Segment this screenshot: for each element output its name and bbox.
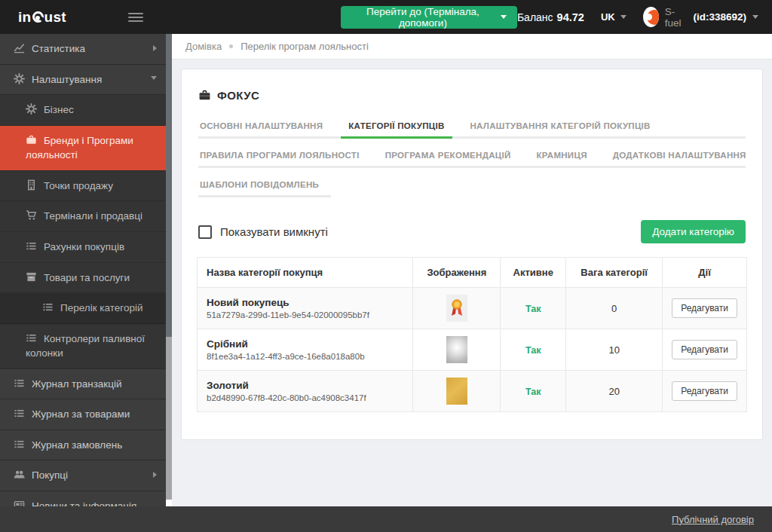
active-status: Так: [525, 304, 541, 314]
tab-customer-categories[interactable]: КАТЕГОРІЇ ПОКУПЦІВ: [347, 118, 446, 139]
topbar: in ust Перейти до (Термінала, допомоги) …: [0, 0, 772, 34]
chevron-down-icon: [620, 15, 626, 19]
chevron-down-icon: [752, 15, 758, 19]
sidebar-scrollbar[interactable]: [166, 34, 172, 506]
table-row: Золотий b2d48990-67f8-420c-80b0-ac4908c3…: [198, 371, 747, 412]
category-uuid: 8f1ee3a4-1a12-4ff3-a9ce-16e8a018a80b: [207, 352, 403, 361]
breadcrumb-current: Перелік програм лояльності: [240, 41, 369, 52]
sidebar-item-transaction-log[interactable]: Журнал транзакцій: [0, 369, 166, 400]
sidebar-item-statistics[interactable]: Статистика: [0, 34, 166, 65]
logo-c-icon: [32, 11, 44, 23]
category-uuid: 51a7279a-299d-11eb-9e54-02000095bb7f: [207, 310, 403, 320]
tabs-row-3: ШАБЛОНИ ПОВІДОМЛЕНЬ: [198, 177, 331, 197]
show-disabled-toggle[interactable]: Показувати вимкнуті: [198, 225, 328, 239]
scrollbar-thumb[interactable]: [166, 34, 172, 337]
tab-main-settings[interactable]: ОСНОВНІ НАЛАШТУВАННЯ: [198, 118, 324, 139]
show-disabled-checkbox[interactable]: [198, 225, 212, 239]
sidebar-item-label: Налаштування: [32, 74, 102, 85]
chevron-right-icon: [153, 472, 157, 478]
table-controls: Показувати вимкнуті Додати категорію: [198, 220, 746, 243]
sidebar-item-label: Перелік категорій: [60, 302, 142, 313]
edit-button[interactable]: Редагувати: [672, 298, 737, 318]
table-row: Новий покупець 51a7279a-299d-11eb-9e54-0…: [198, 288, 747, 329]
topbar-right: Баланс94.72 UK S-fuel (id:338692): [517, 6, 772, 29]
sidebar-item-settings[interactable]: Налаштування: [0, 65, 166, 96]
sidebar-item-news-info[interactable]: Новини та інформація: [0, 491, 166, 506]
account-menu[interactable]: S-fuel (id:338692): [643, 6, 758, 29]
sidebar-item-points-of-sale[interactable]: Точки продажу: [0, 171, 166, 202]
topbar-left: in ust: [0, 8, 149, 27]
tab-additional-settings[interactable]: ДОДАТКОВІ НАЛАШТУВАННЯ: [611, 148, 748, 168]
sidebar: Статистика Налаштування Бізнес Бренди і …: [0, 34, 166, 506]
news-icon: [14, 500, 25, 506]
breadcrumb-separator: [229, 44, 233, 48]
medal-image: [446, 295, 467, 322]
chart-icon: [14, 42, 25, 54]
loyalty-program-card: ФОКУС ОСНОВНІ НАЛАШТУВАННЯ КАТЕГОРІЇ ПОК…: [181, 69, 763, 440]
building-icon: [26, 179, 37, 191]
silver-image: [446, 336, 467, 363]
edit-button[interactable]: Редагувати: [672, 340, 737, 359]
tab-shop[interactable]: КРАМНИЦЯ: [535, 148, 589, 168]
gold-image: [446, 378, 467, 405]
sidebar-item-brands-loyalty[interactable]: Бренди і Програми лояльності: [0, 126, 166, 171]
tab-message-templates[interactable]: ШАБЛОНИ ПОВІДОМЛЕНЬ: [198, 177, 320, 197]
language-selector[interactable]: UK: [601, 11, 626, 23]
sidebar-item-label: Контролери паливної колонки: [26, 333, 145, 359]
list-icon: [26, 332, 37, 344]
logo-text-post: ust: [44, 9, 66, 26]
tab-loyalty-program-rules[interactable]: ПРАВИЛА ПРОГРАМИ ЛОЯЛЬНОСТІ: [198, 148, 361, 168]
show-disabled-label: Показувати вимкнуті: [220, 225, 328, 238]
tab-customer-category-settings[interactable]: НАЛАШТУВАННЯ КАТЕГОРІЙ ПОКУПЦІВ: [469, 118, 652, 139]
content-area: Домівка Перелік програм лояльності ФОКУС…: [172, 34, 772, 506]
sidebar-item-goods-services[interactable]: Товари та послуги: [0, 263, 166, 294]
sidebar-item-fuel-pump-controllers[interactable]: Контролери паливної колонки: [0, 324, 166, 369]
categories-table: Назва категорії покупця Зображення Актив…: [197, 257, 747, 412]
category-uuid: b2d48990-67f8-420c-80b0-ac4908c3417f: [207, 393, 403, 402]
cart-icon: [26, 209, 37, 221]
sidebar-item-goods-log[interactable]: Журнал за товарами: [0, 399, 166, 430]
tabs-row-1: ОСНОВНІ НАЛАШТУВАННЯ КАТЕГОРІЇ ПОКУПЦІВ …: [198, 118, 746, 139]
column-header-weight: Вага категорії: [566, 258, 663, 288]
goto-dropdown-button[interactable]: Перейти до (Термінала, допомоги): [341, 6, 517, 29]
chevron-right-icon: [153, 45, 157, 51]
active-status: Так: [525, 387, 541, 397]
chevron-down-icon: [501, 15, 507, 19]
add-category-button[interactable]: Додати категорію: [641, 220, 746, 243]
sidebar-item-label: Статистика: [32, 43, 85, 54]
list-icon: [14, 408, 25, 419]
edit-button[interactable]: Редагувати: [672, 381, 737, 401]
page-title: ФОКУС: [198, 89, 747, 102]
balance-label: Баланс: [517, 11, 553, 23]
column-header-active: Активне: [501, 258, 566, 288]
goto-button-label: Перейти до (Термінала, допомоги): [351, 6, 495, 29]
incust-logo[interactable]: in ust: [18, 9, 66, 26]
briefcase-icon: [26, 134, 37, 145]
column-header-actions: Дії: [663, 258, 747, 288]
category-weight: 10: [566, 329, 663, 371]
sidebar-item-orders-log[interactable]: Журнал замовлень: [0, 430, 166, 461]
sidebar-item-label: Журнал замовлень: [32, 439, 122, 451]
sidebar-item-customers[interactable]: Покупці: [0, 460, 166, 491]
sidebar-item-label: Журнал транзакцій: [32, 378, 122, 390]
tab-recommendation-program[interactable]: ПРОГРАМА РЕКОМЕНДАЦІЙ: [384, 148, 513, 168]
sidebar-item-customer-accounts[interactable]: Рахунки покупців: [0, 232, 166, 263]
active-status: Так: [525, 345, 541, 356]
account-id: (id:338692): [693, 11, 746, 23]
footer: Публічний договір: [0, 506, 772, 532]
sidebar-item-label: Товари та послуги: [44, 272, 130, 283]
sidebar-item-business[interactable]: Бізнес: [0, 95, 166, 126]
scrollbar-track[interactable]: [166, 337, 172, 500]
table-row: Срібний 8f1ee3a4-1a12-4ff3-a9ce-16e8a018…: [198, 329, 747, 371]
sidebar-item-category-list[interactable]: Перелік категорій: [0, 293, 166, 324]
gear-icon: [26, 103, 37, 115]
balance-value: 94.72: [557, 11, 584, 23]
category-name: Срібний: [207, 338, 403, 350]
sidebar-item-terminals-sellers[interactable]: Термінали і продавці: [0, 201, 166, 232]
hamburger-menu-icon[interactable]: [128, 8, 143, 27]
breadcrumb-home-link[interactable]: Домівка: [185, 41, 222, 52]
category-name: Золотий: [207, 380, 403, 391]
public-contract-link[interactable]: Публічний договір: [672, 514, 754, 525]
list-icon: [26, 240, 37, 252]
logo-text-pre: in: [18, 9, 32, 26]
